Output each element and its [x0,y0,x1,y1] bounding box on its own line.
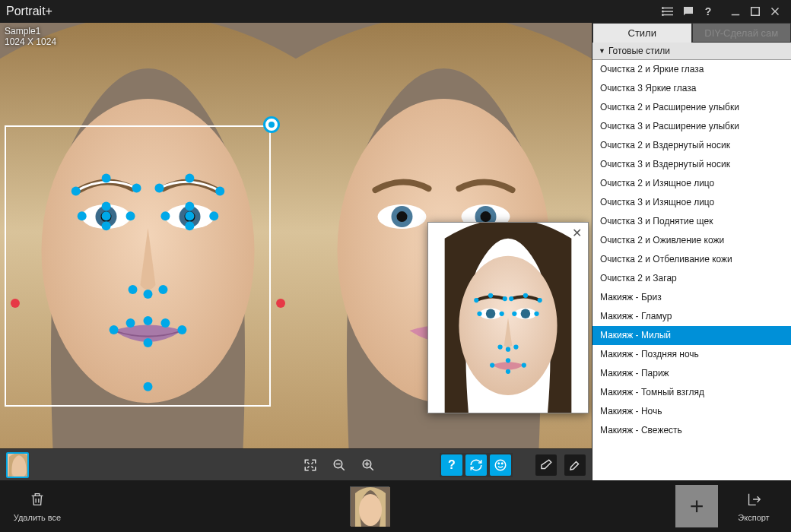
app-title: Portrait+ [6,5,52,18]
refresh-button[interactable] [465,454,487,476]
filmstrip-thumbnail[interactable] [350,486,389,526]
tab-styles[interactable]: Стили [592,23,692,43]
filmstrip [64,486,675,526]
svg-rect-7 [751,8,760,16]
face-crop-rect[interactable] [5,125,271,407]
tabs: Стили DIY-Сделай сам [592,23,791,43]
svg-point-57 [486,309,496,319]
svg-point-86 [498,463,500,464]
image-dimensions: 1024 X 1024 [5,36,56,47]
help-icon[interactable]: ? [698,2,718,21]
svg-point-75 [522,363,526,368]
svg-point-72 [513,345,518,350]
svg-point-87 [502,463,504,464]
list-icon[interactable] [659,2,678,21]
zoom-in-button[interactable] [357,454,379,476]
svg-point-67 [500,312,504,316]
delete-all-label: Удалить все [14,513,61,522]
svg-point-70 [497,345,502,350]
style-item[interactable]: Макияж - Ночь [592,402,791,421]
svg-point-64 [523,293,528,298]
svg-point-69 [534,312,538,316]
close-icon[interactable] [765,2,785,21]
canvas-toolbar: ? [0,448,592,480]
svg-line-79 [341,467,345,470]
svg-point-63 [509,296,513,301]
style-item[interactable]: Очистка 3 и Вздернутый носик [592,155,791,174]
svg-point-89 [359,494,382,526]
before-pane[interactable] [0,23,296,448]
svg-point-76 [506,369,510,374]
svg-point-66 [477,312,481,316]
style-list[interactable]: Очистка 2 и Яркие глазаОчистка 3 Яркие г… [592,60,791,480]
main-row: Sample1 1024 X 1024 [0,23,791,480]
style-item[interactable]: Очистка 2 и Загар [592,269,791,288]
fit-screen-button[interactable] [300,454,321,476]
svg-point-50 [396,211,407,222]
face-thumbnail[interactable] [6,452,29,478]
style-item[interactable]: Макияж - Гламур [592,307,791,326]
trash-icon [29,491,46,511]
svg-point-65 [538,298,542,302]
minimize-icon[interactable] [726,2,745,21]
style-item[interactable]: Очистка 3 и Поднятие щек [592,212,791,231]
image-name: Sample1 [5,26,56,36]
svg-point-3 [662,8,664,9]
eraser-button[interactable] [535,454,557,476]
style-item[interactable]: Макияж - Бриз [592,288,791,307]
style-item[interactable]: Очистка 2 и Отбеливание кожи [592,250,791,269]
style-item[interactable]: Очистка 3 Яркие глаза [592,79,791,98]
svg-point-71 [506,347,510,352]
add-button[interactable]: + [675,485,718,527]
style-item[interactable]: Очистка 2 и Оживление кожи [592,231,791,250]
style-item[interactable]: Макияж - Париж [592,364,791,383]
export-label: Экспорт [738,513,769,522]
zoom-out-button[interactable] [329,454,350,476]
export-button[interactable]: Экспорт [727,483,780,529]
style-item[interactable]: Очистка 2 и Расширение улыбки [592,98,791,117]
svg-point-59 [521,309,531,319]
svg-point-60 [474,298,478,302]
preview-face [428,223,588,413]
panel-header[interactable]: Готовые стили [592,43,791,60]
style-item[interactable]: Макияж - Поздняя ночь [592,345,791,364]
style-item[interactable]: Очистка 2 и Изящное лицо [592,174,791,193]
svg-point-73 [490,363,494,368]
svg-point-74 [506,358,510,363]
style-item[interactable]: Макияж - Томный взгляд [592,383,791,402]
canvas-column: Sample1 1024 X 1024 [0,23,592,480]
style-item[interactable]: Макияж - Свежесть [592,421,791,440]
image-info: Sample1 1024 X 1024 [5,26,56,47]
svg-point-61 [488,293,493,298]
style-item[interactable]: Очистка 2 и Яркие глаза [592,60,791,79]
plus-icon: + [690,492,704,521]
style-item[interactable]: Очистка 3 и Изящное лицо [592,193,791,212]
canvas-area[interactable]: Sample1 1024 X 1024 [0,23,592,448]
svg-point-68 [512,312,516,316]
right-panel: Стили DIY-Сделай сам Готовые стили Очист… [592,23,791,480]
footer: Удалить все + Экспорт [0,480,791,532]
smile-button[interactable] [490,454,511,476]
chat-icon[interactable] [678,2,698,21]
crop-handle[interactable] [263,116,280,133]
svg-point-53 [481,211,491,222]
svg-point-5 [662,14,664,16]
face-tools-group: ? [440,453,513,477]
svg-line-82 [370,467,373,470]
svg-point-62 [503,296,507,301]
svg-point-4 [662,11,664,12]
style-preview-popup: ✕ [427,222,589,413]
brush-button[interactable] [564,454,586,476]
delete-all-button[interactable]: Удалить все [11,483,64,529]
export-icon [745,491,762,511]
svg-point-85 [495,460,506,470]
maximize-icon[interactable] [745,2,765,21]
style-item[interactable]: Очистка 2 и Вздернутый носик [592,136,791,155]
face-help-button[interactable]: ? [441,454,462,476]
style-item[interactable]: Макияж - Милый [592,326,791,345]
tab-diy[interactable]: DIY-Сделай сам [692,23,792,43]
titlebar: Portrait+ ? [0,0,791,23]
close-icon[interactable]: ✕ [570,226,583,239]
style-item[interactable]: Очистка 3 и Расширение улыбки [592,117,791,136]
